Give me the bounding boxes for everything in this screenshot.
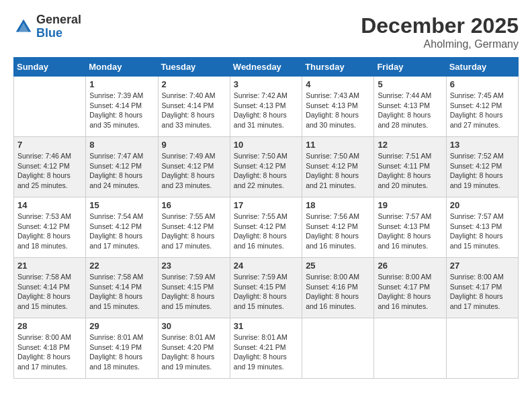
day-number: 28: [17, 321, 82, 331]
calendar-cell: 1Sunrise: 7:39 AM Sunset: 4:14 PM Daylig…: [86, 77, 158, 137]
calendar-cell: 8Sunrise: 7:47 AM Sunset: 4:12 PM Daylig…: [86, 137, 158, 197]
logo-icon: [13, 17, 34, 37]
day-number: 13: [450, 140, 515, 150]
day-info: Sunrise: 7:54 AM Sunset: 4:12 PM Dayligh…: [89, 212, 154, 251]
month-title: December 2025: [361, 13, 519, 38]
day-number: 4: [306, 79, 370, 89]
day-number: 20: [450, 200, 515, 210]
weekday-header-monday: Monday: [86, 58, 158, 77]
calendar-cell: 16Sunrise: 7:55 AM Sunset: 4:12 PM Dayli…: [158, 197, 230, 258]
logo-text: General Blue: [36, 13, 81, 40]
day-number: 19: [378, 200, 442, 210]
logo: General Blue: [13, 13, 81, 40]
calendar-cell: 30Sunrise: 8:01 AM Sunset: 4:20 PM Dayli…: [158, 318, 230, 379]
weekday-header-thursday: Thursday: [302, 58, 374, 77]
calendar-cell: 28Sunrise: 8:00 AM Sunset: 4:18 PM Dayli…: [14, 318, 86, 379]
day-info: Sunrise: 7:57 AM Sunset: 4:13 PM Dayligh…: [378, 212, 442, 251]
calendar-cell: 24Sunrise: 7:59 AM Sunset: 4:15 PM Dayli…: [230, 258, 302, 318]
day-info: Sunrise: 7:55 AM Sunset: 4:12 PM Dayligh…: [162, 212, 226, 251]
calendar-week-row: 21Sunrise: 7:58 AM Sunset: 4:14 PM Dayli…: [14, 258, 519, 318]
calendar-week-row: 1Sunrise: 7:39 AM Sunset: 4:14 PM Daylig…: [14, 77, 519, 137]
day-info: Sunrise: 7:50 AM Sunset: 4:12 PM Dayligh…: [306, 151, 370, 191]
day-info: Sunrise: 7:59 AM Sunset: 4:15 PM Dayligh…: [162, 272, 226, 312]
calendar-cell: [374, 318, 446, 379]
day-info: Sunrise: 7:46 AM Sunset: 4:12 PM Dayligh…: [17, 151, 82, 191]
calendar-cell: 15Sunrise: 7:54 AM Sunset: 4:12 PM Dayli…: [86, 197, 158, 258]
weekday-header-wednesday: Wednesday: [230, 58, 302, 77]
weekday-header-friday: Friday: [374, 58, 446, 77]
day-info: Sunrise: 7:43 AM Sunset: 4:13 PM Dayligh…: [306, 91, 370, 130]
calendar-cell: 7Sunrise: 7:46 AM Sunset: 4:12 PM Daylig…: [14, 137, 86, 197]
day-number: 30: [162, 321, 226, 331]
calendar-cell: 23Sunrise: 7:59 AM Sunset: 4:15 PM Dayli…: [158, 258, 230, 318]
day-number: 7: [17, 140, 82, 150]
calendar-cell: 17Sunrise: 7:55 AM Sunset: 4:12 PM Dayli…: [230, 197, 302, 258]
logo-blue: Blue: [36, 26, 62, 40]
day-number: 2: [162, 79, 226, 89]
calendar-cell: [14, 77, 86, 137]
calendar-cell: 3Sunrise: 7:42 AM Sunset: 4:13 PM Daylig…: [230, 77, 302, 137]
day-info: Sunrise: 7:42 AM Sunset: 4:13 PM Dayligh…: [234, 91, 298, 130]
weekday-header-saturday: Saturday: [446, 58, 518, 77]
day-info: Sunrise: 7:57 AM Sunset: 4:13 PM Dayligh…: [450, 212, 515, 251]
day-info: Sunrise: 8:00 AM Sunset: 4:16 PM Dayligh…: [306, 272, 370, 312]
location: Aholming, Germany: [361, 38, 519, 50]
day-number: 18: [306, 200, 370, 210]
day-info: Sunrise: 7:58 AM Sunset: 4:14 PM Dayligh…: [89, 272, 154, 312]
calendar-week-row: 7Sunrise: 7:46 AM Sunset: 4:12 PM Daylig…: [14, 137, 519, 197]
calendar-week-row: 14Sunrise: 7:53 AM Sunset: 4:12 PM Dayli…: [14, 197, 519, 258]
day-info: Sunrise: 7:39 AM Sunset: 4:14 PM Dayligh…: [89, 91, 154, 130]
calendar-cell: 2Sunrise: 7:40 AM Sunset: 4:14 PM Daylig…: [158, 77, 230, 137]
day-info: Sunrise: 8:01 AM Sunset: 4:19 PM Dayligh…: [89, 332, 154, 372]
day-info: Sunrise: 7:40 AM Sunset: 4:14 PM Dayligh…: [162, 91, 226, 130]
day-number: 29: [89, 321, 154, 331]
calendar-cell: 22Sunrise: 7:58 AM Sunset: 4:14 PM Dayli…: [86, 258, 158, 318]
day-number: 16: [162, 200, 226, 210]
day-info: Sunrise: 7:53 AM Sunset: 4:12 PM Dayligh…: [17, 212, 82, 251]
day-info: Sunrise: 7:47 AM Sunset: 4:12 PM Dayligh…: [89, 151, 154, 191]
calendar-header-row: SundayMondayTuesdayWednesdayThursdayFrid…: [14, 58, 519, 77]
calendar-cell: [446, 318, 518, 379]
day-info: Sunrise: 7:56 AM Sunset: 4:12 PM Dayligh…: [306, 212, 370, 251]
calendar-cell: [302, 318, 374, 379]
day-info: Sunrise: 7:52 AM Sunset: 4:12 PM Dayligh…: [450, 151, 515, 191]
calendar-cell: 6Sunrise: 7:45 AM Sunset: 4:12 PM Daylig…: [446, 77, 518, 137]
day-info: Sunrise: 8:00 AM Sunset: 4:18 PM Dayligh…: [17, 332, 82, 372]
day-number: 22: [89, 261, 154, 271]
day-number: 15: [89, 200, 154, 210]
day-number: 31: [234, 321, 298, 331]
title-block: December 2025 Aholming, Germany: [361, 13, 519, 50]
day-info: Sunrise: 8:00 AM Sunset: 4:17 PM Dayligh…: [450, 272, 515, 312]
day-info: Sunrise: 7:59 AM Sunset: 4:15 PM Dayligh…: [234, 272, 298, 312]
calendar-cell: 11Sunrise: 7:50 AM Sunset: 4:12 PM Dayli…: [302, 137, 374, 197]
day-info: Sunrise: 8:00 AM Sunset: 4:17 PM Dayligh…: [378, 272, 442, 312]
calendar-cell: 19Sunrise: 7:57 AM Sunset: 4:13 PM Dayli…: [374, 197, 446, 258]
day-number: 12: [378, 140, 442, 150]
calendar-cell: 26Sunrise: 8:00 AM Sunset: 4:17 PM Dayli…: [374, 258, 446, 318]
day-number: 6: [450, 79, 515, 89]
day-info: Sunrise: 7:55 AM Sunset: 4:12 PM Dayligh…: [234, 212, 298, 251]
day-info: Sunrise: 7:50 AM Sunset: 4:12 PM Dayligh…: [234, 151, 298, 191]
day-number: 24: [234, 261, 298, 271]
calendar-cell: 5Sunrise: 7:44 AM Sunset: 4:13 PM Daylig…: [374, 77, 446, 137]
calendar-week-row: 28Sunrise: 8:00 AM Sunset: 4:18 PM Dayli…: [14, 318, 519, 379]
day-number: 26: [378, 261, 442, 271]
day-number: 10: [234, 140, 298, 150]
day-info: Sunrise: 8:01 AM Sunset: 4:20 PM Dayligh…: [162, 332, 226, 372]
calendar-cell: 27Sunrise: 8:00 AM Sunset: 4:17 PM Dayli…: [446, 258, 518, 318]
day-number: 1: [89, 79, 154, 89]
day-number: 14: [17, 200, 82, 210]
calendar-cell: 4Sunrise: 7:43 AM Sunset: 4:13 PM Daylig…: [302, 77, 374, 137]
day-number: 23: [162, 261, 226, 271]
weekday-header-tuesday: Tuesday: [158, 58, 230, 77]
day-number: 5: [378, 79, 442, 89]
day-info: Sunrise: 7:58 AM Sunset: 4:14 PM Dayligh…: [17, 272, 82, 312]
day-number: 9: [162, 140, 226, 150]
day-number: 3: [234, 79, 298, 89]
calendar-cell: 12Sunrise: 7:51 AM Sunset: 4:11 PM Dayli…: [374, 137, 446, 197]
day-number: 27: [450, 261, 515, 271]
calendar-table: SundayMondayTuesdayWednesdayThursdayFrid…: [13, 57, 519, 379]
day-number: 8: [89, 140, 154, 150]
calendar-cell: 29Sunrise: 8:01 AM Sunset: 4:19 PM Dayli…: [86, 318, 158, 379]
calendar-cell: 13Sunrise: 7:52 AM Sunset: 4:12 PM Dayli…: [446, 137, 518, 197]
